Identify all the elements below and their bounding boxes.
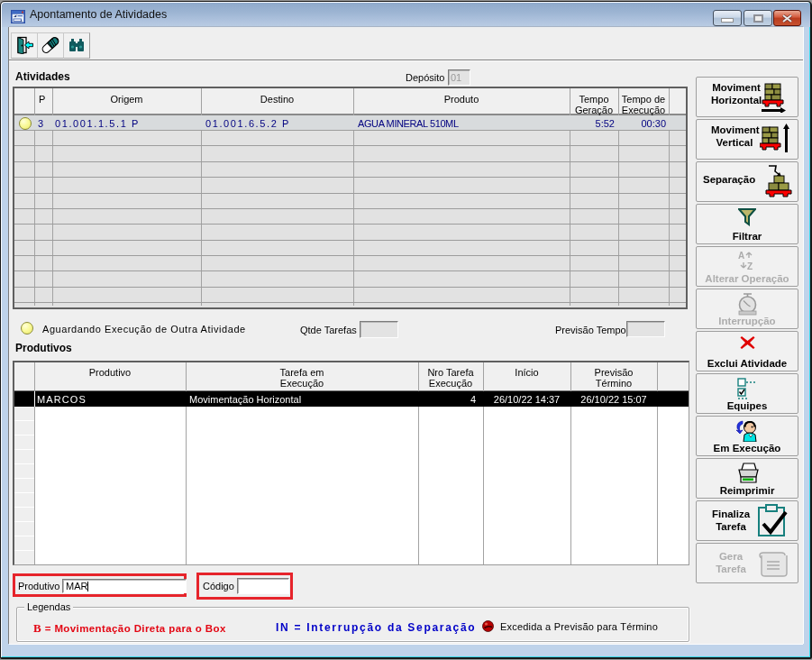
svg-text:Z: Z — [747, 261, 753, 271]
svg-text:A: A — [738, 251, 744, 261]
